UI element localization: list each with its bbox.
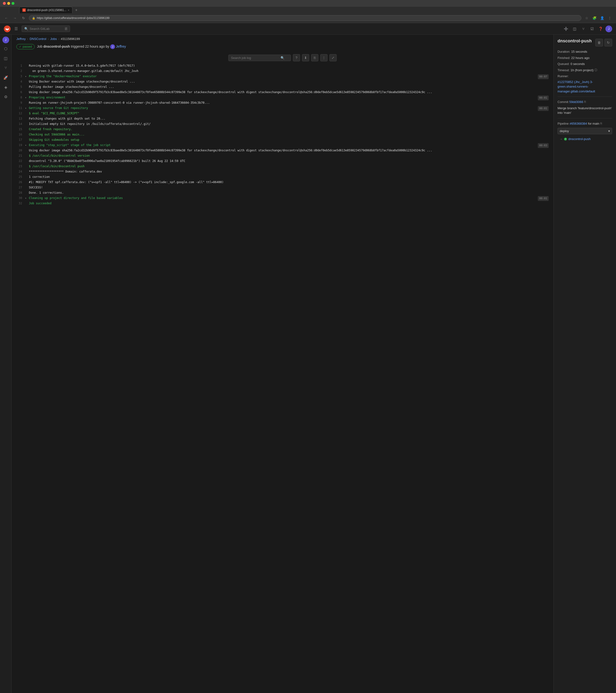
minimize-button[interactable] bbox=[7, 2, 10, 5]
breadcrumb-jeffrey[interactable]: Jeffrey bbox=[16, 37, 26, 41]
line-content: Using docker image sha256:fa2cd32b90d9f5… bbox=[29, 90, 549, 95]
help-icon[interactable]: ❓ bbox=[597, 25, 604, 33]
pipeline-stage-selector[interactable]: deploy ▾ bbox=[558, 128, 612, 134]
sidebar-icon-deployments[interactable]: ◈ bbox=[1, 83, 10, 92]
search-input[interactable] bbox=[29, 27, 63, 31]
collapse-toggle bbox=[25, 190, 29, 191]
browser-toolbar: ← → ↻ 🔒 https://gitlab.com/cafferata/dns… bbox=[0, 13, 616, 23]
log-more-button[interactable]: ⋮ bbox=[320, 54, 327, 61]
collapse-toggle[interactable]: ▾ bbox=[25, 196, 29, 200]
sidebar-icon-settings[interactable]: ⚙ bbox=[1, 93, 10, 101]
line-content: Job succeeded bbox=[29, 201, 549, 206]
log-search[interactable]: 🔍 bbox=[228, 55, 291, 61]
log-fullscreen-button[interactable]: ⤢ bbox=[330, 54, 337, 61]
line-number: 24 bbox=[16, 169, 25, 174]
breadcrumb-job-id: #3115896199 bbox=[61, 37, 80, 41]
merge-requests-icon[interactable]: ⑂ bbox=[579, 25, 587, 33]
log-search-icon[interactable]: 🔍 bbox=[281, 56, 284, 60]
copy-commit-icon[interactable]: ⎘ bbox=[584, 100, 586, 104]
maximize-button[interactable] bbox=[12, 2, 15, 5]
collapse-toggle bbox=[25, 201, 29, 202]
log-line: 9Running on runner-jhcjxvh-project-39889… bbox=[16, 100, 549, 106]
line-content: Cleaning up project directory and file b… bbox=[29, 196, 536, 201]
trigger-user-link[interactable]: Jeffrey bbox=[116, 44, 126, 48]
lock-icon: 🔒 bbox=[32, 17, 35, 20]
log-help-button[interactable]: ? bbox=[293, 54, 300, 61]
tab-close-button[interactable]: × bbox=[68, 9, 69, 12]
collapse-toggle bbox=[25, 153, 29, 154]
log-line: 14Initialized empty Git repository in /b… bbox=[16, 121, 549, 127]
back-button[interactable]: ← bbox=[3, 15, 9, 21]
timeout-info-icon[interactable]: ⓘ bbox=[594, 68, 597, 73]
pipeline-job-item[interactable]: → dnscontrol-push bbox=[558, 136, 612, 142]
browser-actions: ☆ 🧩 👤 ⋮ bbox=[583, 15, 613, 21]
forward-button[interactable]: → bbox=[12, 15, 18, 21]
close-button[interactable] bbox=[3, 2, 6, 5]
line-number: 22 bbox=[16, 159, 25, 163]
line-content: ******************** Domain: cafferata.d… bbox=[29, 169, 549, 174]
global-search[interactable]: 🔍 / bbox=[22, 25, 70, 32]
log-line: 32Job succeeded bbox=[16, 201, 549, 206]
sidebar-avatar[interactable]: J bbox=[2, 37, 9, 43]
extensions-icon[interactable]: 🧩 bbox=[591, 15, 598, 21]
log-search-input[interactable] bbox=[231, 56, 279, 60]
collapse-toggle[interactable]: ▾ bbox=[25, 95, 29, 100]
line-content: SUCCESS! bbox=[29, 185, 549, 190]
runner-value[interactable]: #12270852 (Jhc_Jxvh) 3-green.shared.runn… bbox=[558, 80, 612, 94]
sidebar-icon-merge-requests[interactable]: ⑂ bbox=[1, 63, 10, 72]
collapse-toggle bbox=[25, 63, 29, 64]
profile-icon[interactable]: 👤 bbox=[599, 15, 605, 21]
sidebar-icon-overview[interactable]: ⬡ bbox=[1, 44, 10, 53]
collapse-toggle bbox=[25, 164, 29, 164]
traffic-lights bbox=[3, 2, 15, 5]
collapse-toggle[interactable]: ▾ bbox=[25, 143, 29, 147]
line-number: 11 bbox=[16, 106, 25, 111]
log-line: 11▾Getting source from Git repository00:… bbox=[16, 106, 549, 111]
line-content: Initialized empty Git repository in /bui… bbox=[29, 121, 549, 126]
collapse-toggle bbox=[25, 132, 29, 133]
pipeline-label: Pipeline bbox=[558, 121, 569, 126]
todos-icon[interactable]: ☑ bbox=[588, 25, 596, 33]
line-number: 5 bbox=[16, 84, 25, 89]
line-number: 26 bbox=[16, 180, 25, 184]
breadcrumb-dnscontrol[interactable]: DNSControl bbox=[29, 37, 46, 41]
collapse-toggle[interactable]: ▾ bbox=[25, 106, 29, 110]
collapse-toggle[interactable]: ▾ bbox=[25, 74, 29, 78]
log-download-button[interactable]: ⬇ bbox=[302, 54, 309, 61]
commit-row: Commit 59dd3066 ⎘ bbox=[558, 100, 612, 104]
new-item-button[interactable]: ➕ bbox=[562, 25, 570, 33]
bookmark-icon[interactable]: ☆ bbox=[583, 15, 590, 21]
hamburger-menu[interactable]: ☰ bbox=[14, 25, 19, 32]
job-item-name[interactable]: dnscontrol-push bbox=[568, 137, 591, 141]
address-bar[interactable]: 🔒 https://gitlab.com/cafferata/dnscontro… bbox=[29, 15, 581, 21]
log-output: 1Running with gitlab-runner 15.4.0~beta.… bbox=[16, 63, 549, 693]
log-line: 24******************** Domain: cafferata… bbox=[16, 169, 549, 175]
log-copy-button[interactable]: ⎘ bbox=[311, 54, 318, 61]
pipeline-number[interactable]: #656368384 bbox=[570, 121, 587, 126]
sidebar-actions: 🗑 ↻ bbox=[595, 39, 612, 46]
collapse-toggle bbox=[25, 84, 29, 85]
refresh-button[interactable]: ↻ bbox=[20, 15, 27, 21]
copy-pipeline-icon[interactable]: ⎘ bbox=[600, 121, 602, 126]
line-time: 00:01 bbox=[538, 106, 549, 111]
queued-label: Queued: bbox=[558, 62, 570, 66]
line-content: Preparing the "docker+machine" executor bbox=[29, 74, 536, 79]
sidebar-icon-issues[interactable]: ◫ bbox=[1, 54, 10, 63]
issues-icon[interactable]: ◫ bbox=[571, 25, 578, 33]
line-number: 16 bbox=[16, 132, 25, 137]
sidebar-icon-cicd[interactable]: 🚀 bbox=[1, 73, 10, 82]
sidebar-delete-button[interactable]: 🗑 bbox=[595, 39, 603, 46]
log-line: 5Pulling docker image stackexchange/dnsc… bbox=[16, 84, 549, 90]
commit-hash[interactable]: 59dd3066 bbox=[569, 100, 583, 104]
active-tab[interactable]: G dnscontrol-push (#31158961... × bbox=[19, 7, 73, 13]
pipeline-section: Pipeline #656368384 for main ⎘ deploy ▾ … bbox=[558, 121, 612, 142]
line-number: 4 bbox=[16, 79, 25, 84]
gitlab-logo[interactable] bbox=[4, 25, 11, 32]
new-tab-button[interactable]: + bbox=[73, 7, 79, 13]
line-number: 8 bbox=[16, 95, 25, 100]
breadcrumb-jobs[interactable]: Jobs bbox=[50, 37, 57, 41]
menu-icon[interactable]: ⋮ bbox=[607, 15, 613, 21]
sidebar-retry-button[interactable]: ↻ bbox=[604, 39, 612, 46]
user-avatar[interactable]: J bbox=[605, 25, 612, 32]
line-number: 14 bbox=[16, 121, 25, 126]
